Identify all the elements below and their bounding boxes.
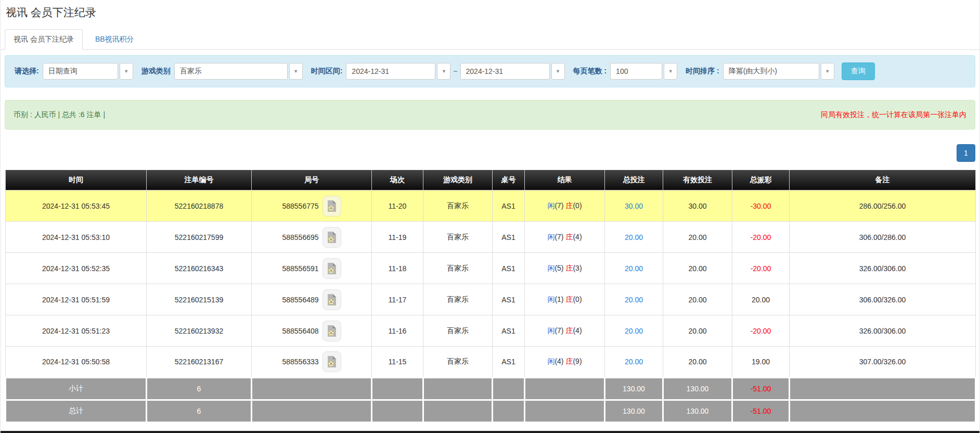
table-row: 2024-12-31 05:53:45 522160218878 5885567… xyxy=(6,190,976,222)
result-player-value: (7) xyxy=(555,233,563,241)
table-row: 2024-12-31 05:52:35 522160216343 5885565… xyxy=(6,253,976,284)
page-size-select[interactable]: 100 ▼ xyxy=(610,63,677,80)
video-replay-button[interactable] xyxy=(323,196,341,216)
cell-bet-id: 522160213167 xyxy=(147,347,252,378)
chevron-down-icon: ▼ xyxy=(664,63,677,80)
subtotal-total-bet: 130.00 xyxy=(605,378,663,400)
total-count: 6 xyxy=(147,400,252,423)
pagination-page-1-button[interactable]: 1 xyxy=(957,144,975,162)
video-replay-button[interactable] xyxy=(323,227,341,248)
video-replay-button[interactable] xyxy=(323,321,341,341)
total-bet-link[interactable]: 30.00 xyxy=(625,202,643,210)
total-bet-link[interactable]: 20.00 xyxy=(625,264,643,273)
cell-time: 2024-12-31 05:50:58 xyxy=(6,347,147,378)
result-player-value: (5) xyxy=(555,264,563,272)
cell-table-no: AS1 xyxy=(493,315,525,347)
total-bet-link[interactable]: 20.00 xyxy=(625,327,643,335)
game-type-select[interactable]: 百家乐 ▼ xyxy=(174,63,303,80)
tab-bar: 视讯 会员下注纪录 BB视讯积分 xyxy=(1,29,979,50)
cell-time: 2024-12-31 05:53:45 xyxy=(6,190,147,222)
cell-bet-id: 522160215139 xyxy=(147,284,252,315)
cell-table-no: AS1 xyxy=(493,284,525,315)
result-player-label: 闲 xyxy=(547,357,555,365)
date-from-value: 2024-12-31 xyxy=(346,63,435,80)
cell-table-no: AS1 xyxy=(493,190,525,222)
cell-valid-bet: 20.00 xyxy=(663,315,732,347)
table-row: 2024-12-31 05:51:23 522160213932 5885564… xyxy=(6,315,976,347)
table-row: 2024-12-31 05:51:59 522160215139 5885564… xyxy=(6,284,976,315)
total-valid-bet: 130.00 xyxy=(663,400,732,423)
window-bottom-edge xyxy=(1,431,979,433)
cell-game-type: 百家乐 xyxy=(423,347,493,378)
cell-total-bet: 20.00 xyxy=(605,253,663,284)
page-size-label: 每页笔数 : xyxy=(573,67,607,76)
col-header-bet-id: 注单编号 xyxy=(147,170,252,190)
round-id-text: 588556775 xyxy=(282,202,318,210)
result-player-value: (7) xyxy=(555,326,563,335)
round-id-text: 588556489 xyxy=(282,296,318,304)
video-replay-button[interactable] xyxy=(323,289,341,310)
result-player-label: 闲 xyxy=(547,201,555,210)
sort-select[interactable]: 降冪(由大到小) ▼ xyxy=(723,63,834,80)
total-bet-link[interactable]: 20.00 xyxy=(625,233,643,241)
cell-remark: 306.00/286.00 xyxy=(790,222,976,253)
cell-total-bet: 20.00 xyxy=(605,222,663,253)
tab-video-bet-records[interactable]: 视讯 会员下注纪录 xyxy=(5,29,83,50)
cell-bet-id: 522160213932 xyxy=(147,315,252,347)
tab-bb-video-points[interactable]: BB视讯积分 xyxy=(87,30,143,49)
col-header-total-bet: 总投注 xyxy=(605,170,663,190)
total-total-bet: 130.00 xyxy=(605,400,663,423)
round-id-text: 588556591 xyxy=(282,264,318,273)
time-range-label: 时间区间: xyxy=(311,67,343,76)
chevron-down-icon: ▼ xyxy=(551,63,565,80)
game-type-label: 游戏类别 xyxy=(141,67,171,76)
summary-info-bar: 币别 : 人民币 | 总共 :6 注单 | 同局有效投注，统一计算在该局第一张注… xyxy=(5,100,975,130)
currency-total-text: 币别 : 人民币 | 总共 :6 注单 | xyxy=(14,110,105,120)
table-header-row: 时间 注单编号 局号 场次 游戏类别 桌号 结果 总投注 有效投注 总派彩 备注 xyxy=(6,170,976,190)
date-from-select[interactable]: 2024-12-31 ▼ xyxy=(346,63,450,80)
cell-session: 11-16 xyxy=(372,315,423,347)
chevron-down-icon: ▼ xyxy=(289,63,303,80)
col-header-round-id: 局号 xyxy=(252,170,372,190)
date-to-select[interactable]: 2024-12-31 ▼ xyxy=(460,63,565,80)
pagination: 1 xyxy=(5,144,975,162)
cell-payout: -30.00 xyxy=(732,190,790,222)
result-banker-label: 庄 xyxy=(565,357,573,365)
sort-value: 降冪(由大到小) xyxy=(723,63,819,80)
subtotal-label: 小计 xyxy=(6,378,147,400)
cell-round-id: 588556591 xyxy=(252,253,372,284)
cell-session: 11-18 xyxy=(372,253,423,284)
result-player-value: (1) xyxy=(555,295,563,303)
result-player-label: 闲 xyxy=(547,264,555,272)
cell-round-id: 588556408 xyxy=(252,315,372,347)
col-header-time: 时间 xyxy=(6,170,147,190)
cell-session: 11-17 xyxy=(372,284,423,315)
cell-bet-id: 522160216343 xyxy=(147,253,252,284)
video-file-icon xyxy=(327,325,337,337)
cell-round-id: 588556489 xyxy=(252,284,372,315)
valid-bet-notice-text: 同局有效投注，统一计算在该局第一张注单内 xyxy=(821,110,966,120)
cell-result: 闲(7) 庄(0) xyxy=(525,190,605,222)
col-header-table-no: 桌号 xyxy=(493,170,525,190)
cell-valid-bet: 30.00 xyxy=(663,190,732,222)
video-replay-button[interactable] xyxy=(323,351,341,372)
total-bet-link[interactable]: 20.00 xyxy=(625,296,643,304)
total-bet-link[interactable]: 20.00 xyxy=(625,358,643,366)
sort-label: 时间排序 : xyxy=(686,67,719,76)
video-replay-button[interactable] xyxy=(323,258,341,279)
query-button[interactable]: 查询 xyxy=(842,62,875,80)
video-file-icon xyxy=(327,231,337,244)
table-row: 2024-12-31 05:50:58 522160213167 5885563… xyxy=(6,347,976,378)
cell-valid-bet: 20.00 xyxy=(663,253,732,284)
cell-total-bet: 30.00 xyxy=(605,190,663,222)
query-type-select[interactable]: 日期查询 ▼ xyxy=(43,63,133,80)
result-player-value: (7) xyxy=(555,201,563,210)
cell-remark: 326.00/306.00 xyxy=(790,315,976,347)
cell-payout: -20.00 xyxy=(732,315,790,347)
grand-total-row: 总计 6 130.00 130.00 -51.00 xyxy=(6,400,976,423)
cell-result: 闲(4) 庄(9) xyxy=(525,347,605,378)
result-banker-label: 庄 xyxy=(565,295,573,303)
chevron-down-icon: ▼ xyxy=(120,63,133,80)
cell-time: 2024-12-31 05:53:10 xyxy=(6,222,147,253)
cell-result: 闲(7) 庄(4) xyxy=(525,315,605,347)
